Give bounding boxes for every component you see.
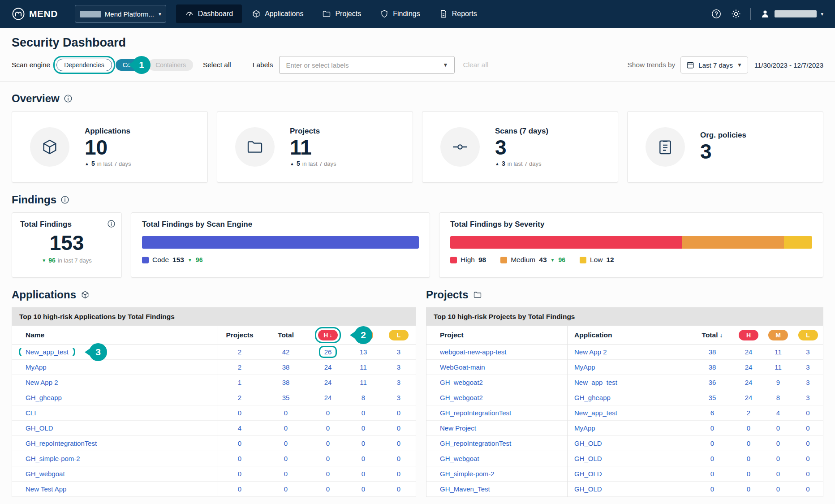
total-findings[interactable]: 0	[284, 485, 288, 493]
medium-count[interactable]: 11	[360, 363, 367, 371]
high-count[interactable]: 0	[747, 455, 750, 462]
nav-item-dashboard[interactable]: Dashboard	[176, 4, 242, 23]
application-link[interactable]: GH_repoIntegrationTest	[26, 439, 97, 447]
low-count[interactable]: 0	[397, 455, 400, 462]
projects-count[interactable]: 2	[238, 348, 241, 356]
projects-count[interactable]: 0	[238, 439, 241, 447]
medium-count[interactable]: 0	[776, 455, 780, 462]
project-link[interactable]: GH_webgoat2	[440, 379, 483, 386]
mend-logo[interactable]: MEND	[12, 7, 58, 21]
low-count[interactable]: 3	[397, 394, 400, 401]
medium-count[interactable]: 0	[362, 424, 365, 432]
low-count[interactable]: 3	[397, 363, 400, 371]
high-count[interactable]: 26	[324, 348, 332, 356]
medium-count[interactable]: 13	[360, 348, 367, 356]
medium-count[interactable]: 0	[776, 439, 780, 447]
application-link[interactable]: GH_OLD	[574, 470, 602, 478]
application-link[interactable]: GH_gheapp	[26, 394, 62, 401]
total-findings[interactable]: 35	[709, 394, 716, 401]
high-count[interactable]: 0	[326, 424, 330, 432]
application-link[interactable]: GH_OLD	[574, 485, 602, 493]
col-header-projects[interactable]: Projects	[218, 331, 262, 339]
low-count[interactable]: 3	[806, 379, 809, 386]
low-count[interactable]: 0	[806, 485, 809, 493]
high-count[interactable]: 24	[324, 363, 332, 371]
medium-count[interactable]: 0	[362, 485, 365, 493]
labels-input[interactable]	[286, 61, 443, 69]
medium-count[interactable]: 8	[362, 394, 365, 401]
low-count[interactable]: 0	[397, 439, 400, 447]
clear-all-link[interactable]: Clear all	[463, 61, 488, 69]
application-link[interactable]: MyApp	[574, 363, 595, 371]
total-findings[interactable]: 0	[284, 439, 288, 447]
total-findings[interactable]: 38	[282, 379, 290, 386]
application-link[interactable]: New App 2	[26, 379, 58, 386]
low-count[interactable]: 3	[397, 379, 400, 386]
select-all-link[interactable]: Select all	[203, 61, 231, 69]
high-count[interactable]: 24	[324, 379, 332, 386]
project-link[interactable]: GH_simple-pom-2	[440, 470, 495, 478]
high-count[interactable]: 24	[324, 394, 332, 401]
application-link[interactable]: New_app_test	[574, 379, 617, 386]
high-count[interactable]: 0	[747, 439, 750, 447]
nav-item-findings[interactable]: Findings	[371, 4, 429, 23]
application-link[interactable]: New App 2	[574, 348, 607, 356]
high-count[interactable]: 0	[326, 485, 330, 493]
low-count[interactable]: 0	[806, 470, 809, 478]
low-count[interactable]: 3	[397, 348, 400, 356]
medium-count[interactable]: 9	[776, 379, 780, 386]
low-count[interactable]: 0	[806, 455, 809, 462]
trend-period-dropdown[interactable]: Last 7 days ▼	[680, 56, 748, 73]
medium-count[interactable]: 0	[362, 455, 365, 462]
medium-count[interactable]: 0	[362, 409, 365, 417]
total-findings[interactable]: 38	[282, 363, 290, 371]
high-count[interactable]: 24	[745, 379, 753, 386]
info-icon[interactable]	[61, 196, 69, 204]
medium-count[interactable]: 0	[362, 439, 365, 447]
low-count[interactable]: 0	[397, 424, 400, 432]
labels-select[interactable]: ▼	[279, 56, 455, 74]
total-findings[interactable]: 0	[710, 424, 714, 432]
application-link[interactable]: New Test App	[26, 485, 66, 493]
total-findings[interactable]: 0	[710, 485, 714, 493]
application-link[interactable]: New_app_test	[26, 348, 69, 356]
medium-count[interactable]: 8	[776, 394, 780, 401]
medium-count[interactable]: 0	[776, 470, 780, 478]
total-findings[interactable]: 0	[710, 455, 714, 462]
application-link[interactable]: GH_webgoat	[26, 470, 65, 478]
help-icon[interactable]	[711, 9, 722, 19]
low-count[interactable]: 3	[806, 363, 809, 371]
total-findings[interactable]: 38	[709, 348, 716, 356]
medium-count[interactable]: 11	[360, 379, 367, 386]
project-link[interactable]: WebGoat-main	[440, 363, 485, 371]
application-link[interactable]: MyApp	[574, 424, 595, 432]
total-findings[interactable]: 42	[282, 348, 290, 356]
total-findings[interactable]: 0	[284, 470, 288, 478]
low-count[interactable]: 3	[806, 394, 809, 401]
application-link[interactable]: CLI	[26, 409, 36, 417]
application-link[interactable]: New_app_test	[574, 409, 617, 417]
application-link[interactable]: GH_gheapp	[574, 394, 611, 401]
nav-item-projects[interactable]: Projects	[313, 4, 370, 23]
high-count[interactable]: 0	[747, 485, 750, 493]
project-link[interactable]: webgoat-new-app-test	[440, 348, 506, 356]
application-link[interactable]: GH_OLD	[574, 455, 602, 462]
projects-count[interactable]: 2	[238, 394, 241, 401]
high-count[interactable]: 0	[326, 409, 330, 417]
low-count[interactable]: 0	[806, 409, 809, 417]
application-link[interactable]: GH_OLD	[574, 439, 602, 447]
total-findings[interactable]: 36	[709, 379, 716, 386]
project-link[interactable]: GH_webgoat2	[440, 394, 483, 401]
total-findings[interactable]: 0	[710, 470, 714, 478]
projects-count[interactable]: 0	[238, 409, 241, 417]
application-link[interactable]: MyApp	[26, 363, 47, 371]
project-link[interactable]: New Project	[440, 424, 476, 432]
project-link[interactable]: GH_webgoat	[440, 455, 479, 462]
projects-count[interactable]: 0	[238, 455, 241, 462]
nav-item-reports[interactable]: Reports	[430, 4, 486, 23]
high-count[interactable]: 2	[747, 409, 750, 417]
org-selector[interactable]: Mend Platform... ▾	[75, 5, 166, 23]
high-count[interactable]: 0	[747, 470, 750, 478]
total-findings[interactable]: 35	[282, 394, 290, 401]
projects-count[interactable]: 0	[238, 470, 241, 478]
